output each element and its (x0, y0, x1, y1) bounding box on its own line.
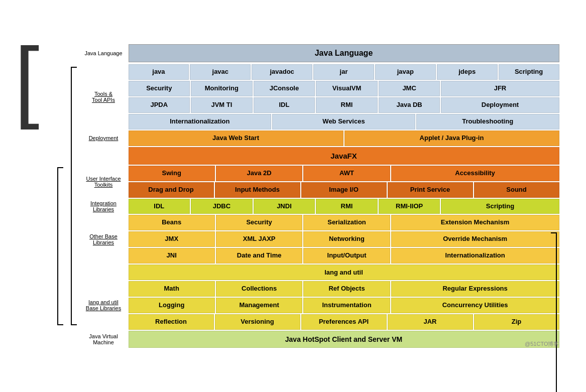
watermark: @51CTO博客 (525, 340, 559, 348)
cell-dragdrop: Drag and Drop (129, 182, 214, 198)
cell-idl-tools: IDL (254, 97, 315, 113)
java-language-header: Java Language (129, 44, 559, 62)
cell-scripting-int: Scripting (441, 199, 559, 214)
cell-jndi: JNDI (254, 199, 315, 214)
cell-scripting-tools: Scripting (499, 64, 559, 80)
cell-java2d: Java 2D (216, 166, 302, 181)
cell-rmi-iiop: RMI-IIOP (379, 199, 440, 214)
cell-io: Input/Output (303, 248, 390, 264)
cell-security-tools: Security (129, 81, 190, 96)
other-base-label[interactable]: Other BaseLibraries (80, 215, 128, 264)
cell-applet: Applet / Java Plug-in (344, 130, 559, 146)
cell-awt: AWT (303, 166, 390, 181)
cell-i18n-other: Internationalization (391, 248, 559, 264)
cell-i18n: Internationalization (129, 114, 272, 129)
cell-sound: Sound (474, 182, 559, 198)
cell-beans: Beans (129, 215, 215, 230)
cell-jar: jar (313, 64, 374, 80)
cell-override: Override Mechanism (391, 231, 559, 247)
cell-security-other: Security (216, 215, 302, 230)
cell-logging: Logging (129, 298, 215, 313)
cell-extension: Extension Mechanism (391, 215, 559, 230)
cell-javawebstart: Java Web Start (129, 130, 343, 146)
opening-bracket: [ (15, 39, 40, 120)
cell-jmx: JMX (129, 231, 215, 247)
cell-jvmti: JVM TI (191, 97, 253, 113)
integration-label[interactable]: IntegrationLibraries (80, 199, 128, 214)
cell-rmi-tools: RMI (316, 97, 378, 113)
cell-jmc: JMC (379, 81, 440, 96)
cell-jdbc: JDBC (191, 199, 253, 214)
ui-toolkits-label[interactable]: User InterfaceToolkits (80, 166, 128, 198)
cell-networking: Networking (303, 231, 390, 247)
cell-concurrency: Concurrency Utilities (391, 298, 559, 313)
tools-label[interactable]: Tools &Tool APIs (80, 64, 128, 129)
java-se-bracket (551, 232, 557, 392)
java-language-label: Java Language (80, 44, 128, 62)
cell-collections: Collections (216, 281, 302, 297)
cell-reflection: Reflection (129, 314, 214, 330)
cell-troubleshooting: Troubleshooting (416, 114, 559, 129)
cell-management: Management (216, 298, 302, 313)
cell-xmljaxp: XML JAXP (216, 231, 302, 247)
cell-zip: Zip (474, 314, 559, 330)
cell-inputmethods: Input Methods (215, 182, 300, 198)
cell-accessibility: Accessibility (391, 166, 559, 181)
cell-rmi-int: RMI (316, 199, 378, 214)
cell-jdeps: jdeps (437, 64, 498, 80)
jdk-bracket (71, 67, 77, 325)
cell-monitoring: Monitoring (191, 81, 253, 96)
jre-bracket (57, 167, 63, 325)
cell-serialization: Serialization (303, 215, 390, 230)
cell-jvm: Java HotSpot Client and Server VM (129, 331, 559, 348)
cell-javadb: Java DB (379, 97, 440, 113)
cell-javap: javap (375, 64, 436, 80)
cell-regex: Regular Expressions (391, 281, 559, 297)
cell-jfr: JFR (441, 81, 559, 96)
cell-lang-util-header: lang and util (129, 265, 559, 280)
cell-javac: javac (190, 64, 251, 80)
cell-instrumentation: Instrumentation (303, 298, 390, 313)
cell-prefsapi: Preferences API (301, 314, 387, 330)
cell-math: Math (129, 281, 215, 297)
cell-versioning: Versioning (215, 314, 300, 330)
cell-idl-int: IDL (129, 199, 190, 214)
cell-swing: Swing (129, 166, 215, 181)
lang-util-label[interactable]: lang and utilBase Libraries (80, 281, 128, 330)
cell-imageio: Image I/O (301, 182, 387, 198)
deployment-label[interactable]: Deployment (80, 130, 128, 146)
cell-printservice: Print Service (388, 182, 473, 198)
jvm-label: Java Virtual Machine (80, 331, 128, 348)
cell-jconsole: JConsole (254, 81, 315, 96)
cell-javafx: JavaFX (129, 147, 559, 165)
cell-datetime: Date and Time (216, 248, 302, 264)
cell-visualvm: VisualVM (316, 81, 378, 96)
cell-javadoc: javadoc (252, 64, 312, 80)
cell-refobjects: Ref Objects (303, 281, 390, 297)
cell-jni: JNI (129, 248, 215, 264)
cell-webservices: Web Services (272, 114, 415, 129)
cell-jpda: JPDA (129, 97, 190, 113)
cell-jar: JAR (388, 314, 473, 330)
cell-java: java (129, 64, 189, 80)
cell-deployment-tools: Deployment (441, 97, 559, 113)
